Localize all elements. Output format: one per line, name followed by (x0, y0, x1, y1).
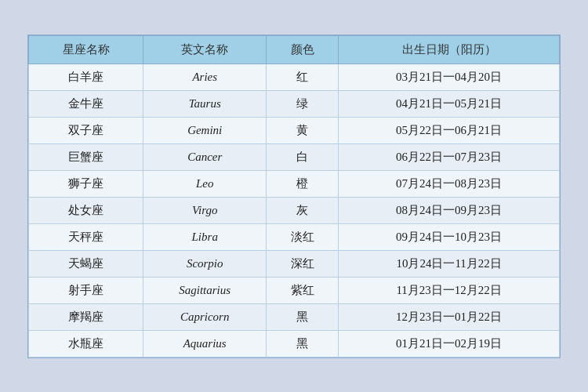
table-row: 白羊座Aries红03月21日一04月20日 (29, 64, 560, 90)
header-color: 颜色 (267, 35, 339, 64)
cell-color: 黄 (267, 117, 339, 143)
cell-color: 灰 (267, 197, 339, 223)
cell-dates: 06月22日一07月23日 (339, 143, 560, 170)
zodiac-table: 星座名称 英文名称 颜色 出生日期（阳历） 白羊座Aries红03月21日一04… (28, 35, 560, 358)
cell-chinese-name: 白羊座 (29, 64, 143, 90)
cell-dates: 05月22日一06月21日 (339, 117, 560, 143)
cell-english-name: Taurus (143, 90, 267, 117)
cell-chinese-name: 金牛座 (29, 90, 143, 117)
table-row: 双子座Gemini黄05月22日一06月21日 (29, 117, 560, 143)
table-row: 天秤座Libra淡红09月24日一10月23日 (29, 223, 560, 250)
table-row: 金牛座Taurus绿04月21日一05月21日 (29, 90, 560, 117)
cell-dates: 10月24日一11月22日 (339, 250, 560, 277)
cell-chinese-name: 天蝎座 (29, 250, 143, 277)
cell-dates: 12月23日一01月22日 (339, 303, 560, 330)
cell-chinese-name: 水瓶座 (29, 330, 143, 357)
cell-chinese-name: 摩羯座 (29, 303, 143, 330)
cell-dates: 01月21日一02月19日 (339, 330, 560, 357)
cell-english-name: Cancer (143, 143, 267, 170)
cell-color: 白 (267, 143, 339, 170)
cell-dates: 09月24日一10月23日 (339, 223, 560, 250)
cell-english-name: Libra (143, 223, 267, 250)
cell-dates: 04月21日一05月21日 (339, 90, 560, 117)
cell-dates: 11月23日一12月22日 (339, 277, 560, 303)
cell-color: 绿 (267, 90, 339, 117)
cell-english-name: Scorpio (143, 250, 267, 277)
cell-english-name: Virgo (143, 197, 267, 223)
cell-english-name: Aquarius (143, 330, 267, 357)
cell-english-name: Gemini (143, 117, 267, 143)
table-row: 狮子座Leo橙07月24日一08月23日 (29, 170, 560, 197)
header-dates: 出生日期（阳历） (339, 35, 560, 64)
cell-chinese-name: 处女座 (29, 197, 143, 223)
table-row: 射手座Sagittarius紫红11月23日一12月22日 (29, 277, 560, 303)
table-row: 处女座Virgo灰08月24日一09月23日 (29, 197, 560, 223)
header-english-name: 英文名称 (143, 35, 267, 64)
cell-english-name: Leo (143, 170, 267, 197)
cell-color: 深红 (267, 250, 339, 277)
cell-color: 黑 (267, 303, 339, 330)
cell-english-name: Aries (143, 64, 267, 90)
cell-color: 黑 (267, 330, 339, 357)
cell-dates: 07月24日一08月23日 (339, 170, 560, 197)
cell-color: 红 (267, 64, 339, 90)
cell-color: 橙 (267, 170, 339, 197)
cell-dates: 03月21日一04月20日 (339, 64, 560, 90)
zodiac-table-container: 星座名称 英文名称 颜色 出生日期（阳历） 白羊座Aries红03月21日一04… (27, 34, 561, 358)
cell-english-name: Capricorn (143, 303, 267, 330)
cell-chinese-name: 狮子座 (29, 170, 143, 197)
cell-english-name: Sagittarius (143, 277, 267, 303)
cell-chinese-name: 双子座 (29, 117, 143, 143)
cell-chinese-name: 射手座 (29, 277, 143, 303)
header-chinese-name: 星座名称 (29, 35, 143, 64)
cell-chinese-name: 巨蟹座 (29, 143, 143, 170)
table-row: 水瓶座Aquarius黑01月21日一02月19日 (29, 330, 560, 357)
table-header-row: 星座名称 英文名称 颜色 出生日期（阳历） (29, 35, 560, 64)
cell-color: 紫红 (267, 277, 339, 303)
table-body: 白羊座Aries红03月21日一04月20日金牛座Taurus绿04月21日一0… (29, 64, 560, 357)
cell-chinese-name: 天秤座 (29, 223, 143, 250)
table-row: 巨蟹座Cancer白06月22日一07月23日 (29, 143, 560, 170)
cell-color: 淡红 (267, 223, 339, 250)
table-row: 摩羯座Capricorn黑12月23日一01月22日 (29, 303, 560, 330)
cell-dates: 08月24日一09月23日 (339, 197, 560, 223)
table-row: 天蝎座Scorpio深红10月24日一11月22日 (29, 250, 560, 277)
